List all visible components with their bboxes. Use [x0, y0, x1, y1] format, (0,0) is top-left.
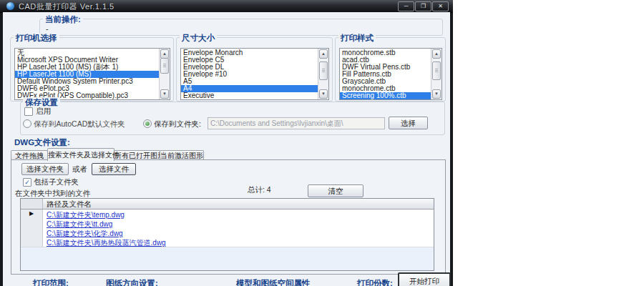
current-operation-label: 当前操作:	[43, 14, 83, 25]
table-row[interactable]: C:\新建文件夹\再热热段蒸汽管道.dwg	[21, 237, 434, 247]
scroll-down-icon[interactable]: ▼	[160, 89, 169, 99]
printer-scrollbar[interactable]: ▲ ▼	[159, 49, 170, 99]
list-option[interactable]: Envelope C5	[181, 56, 318, 64]
table-row[interactable]: ▶C:\新建文件夹\temp.dwg	[21, 209, 434, 220]
list-option[interactable]: Envelope DL	[181, 64, 318, 71]
scrollbar-thumb[interactable]	[319, 61, 328, 80]
minimize-button[interactable]: ─	[398, 1, 414, 11]
list-option[interactable]: Executive	[181, 92, 318, 99]
list-option[interactable]: Fill Patterns.ctb	[340, 71, 431, 78]
list-option[interactable]: monochrome.stb	[340, 49, 431, 56]
window-title: CAD批量打印器 Ver.1.1.5	[19, 1, 114, 12]
scroll-down-icon[interactable]: ▼	[319, 89, 328, 99]
paper-size-listbox[interactable]: Envelope MonarchEnvelope C5Envelope DLEn…	[180, 48, 329, 100]
include-subfolders-label: 包括子文件夹	[34, 177, 79, 187]
list-items: 无Microsoft XPS Document WriterHP LaserJe…	[15, 49, 160, 99]
radio-save-autocad[interactable]	[23, 119, 31, 128]
list-option[interactable]: acad.ctb	[340, 56, 431, 64]
select-file-button[interactable]: 选择文件	[92, 163, 136, 175]
select-folder-button[interactable]: 选择文件夹	[21, 163, 69, 175]
current-operation-value: -	[46, 24, 49, 33]
found-files-label: 在文件夹中找到的文件	[15, 189, 90, 199]
dwg-settings-label: DWG文件设置:	[14, 137, 70, 148]
tab-search-and-select[interactable]: 搜索文件夹及选择文件	[47, 148, 114, 161]
or-label: 或者	[72, 164, 87, 174]
list-option[interactable]: 无	[15, 49, 160, 56]
app-window: CAD批量打印器 Ver.1.1.5 ─ ❐ ✕ 当前操作: - 打印机选择 无…	[0, 0, 453, 286]
scrollbar-thumb[interactable]	[160, 58, 169, 74]
file-link[interactable]: C:\新建文件夹\再热热段蒸汽管道.dwg	[47, 238, 166, 248]
list-option[interactable]: DWF6 ePlot.pc3	[15, 85, 160, 92]
app-icon	[6, 2, 14, 10]
enable-checkbox[interactable]	[24, 107, 33, 116]
list-option[interactable]: A4	[181, 85, 318, 92]
list-option[interactable]: Screening 100%.ctb	[340, 92, 431, 99]
plot-style-scrollbar[interactable]: ▲ ▼	[431, 49, 441, 99]
start-print-button[interactable]: 开始打印	[398, 272, 451, 286]
list-option[interactable]: Grayscale.ctb	[340, 78, 431, 85]
caption-buttons: ─ ❐ ✕	[398, 1, 449, 11]
list-option[interactable]: Microsoft XPS Document Writer	[15, 56, 160, 64]
list-option[interactable]: A5	[181, 78, 318, 85]
printer-listbox[interactable]: 无Microsoft XPS Document WriterHP LaserJe…	[14, 48, 170, 100]
table-row[interactable]: C:\新建文件夹\tt.dwg	[21, 219, 434, 229]
scroll-down-icon[interactable]: ▼	[432, 89, 441, 99]
radio-save-folder-label[interactable]: 保存到文件夹:	[154, 119, 201, 129]
folder-path-input[interactable]: C:\Documents and Settings\lvjianxin\桌面\	[208, 117, 385, 129]
list-option[interactable]: Envelope #10	[181, 71, 318, 78]
titlebar[interactable]: CAD批量打印器 Ver.1.1.5 ─ ❐ ✕	[0, 0, 453, 13]
list-option[interactable]: HP LaserJet 1100 (MS)	[15, 71, 160, 78]
current-operation-group	[39, 19, 443, 36]
row-selector-header	[21, 199, 43, 209]
radio-save-autocad-label[interactable]: 保存到AutoCAD默认文件夹	[34, 119, 125, 129]
maximize-button[interactable]: ❐	[415, 1, 431, 11]
orientation-label: 图纸方向设置:	[106, 278, 158, 286]
close-button[interactable]: ✕	[432, 1, 449, 11]
copies-label: 打印份数:	[357, 278, 393, 286]
scroll-up-icon[interactable]: ▲	[432, 49, 441, 59]
list-items: monochrome.stbacad.ctbDWF Virtual Pens.c…	[340, 49, 431, 99]
list-option[interactable]: DWF Virtual Pens.ctb	[340, 64, 431, 71]
plot-style-label: 打印样式	[338, 33, 376, 44]
scroll-up-icon[interactable]: ▲	[319, 49, 328, 59]
row-selector-cell[interactable]	[21, 219, 43, 228]
list-items: Envelope MonarchEnvelope C5Envelope DLEn…	[181, 49, 318, 99]
list-option[interactable]: monochrome.ctb	[340, 85, 431, 92]
scrollbar-thumb[interactable]	[432, 61, 441, 80]
list-option[interactable]: Default Windows System Printer.pc3	[15, 78, 160, 85]
total-count-label: 总计: 4	[248, 185, 271, 195]
paper-size-label: 尺寸大小	[180, 33, 217, 44]
clear-button[interactable]: 清空	[308, 184, 364, 197]
current-row-marker-icon[interactable]: ▶	[21, 209, 43, 219]
plot-style-listbox[interactable]: monochrome.stbacad.ctbDWF Virtual Pens.c…	[339, 48, 442, 100]
row-selector-cell[interactable]	[21, 228, 43, 237]
paper-size-scrollbar[interactable]: ▲ ▼	[318, 49, 328, 99]
table-row[interactable]: C:\新建文件夹\化学.dwg	[21, 228, 434, 238]
print-range-label: 打印范围:	[33, 278, 69, 286]
list-option[interactable]: HP LaserJet 1100 (MS) (副本 1)	[15, 64, 160, 71]
row-selector-cell[interactable]	[21, 237, 43, 247]
path-column-header: 路径及文件名	[47, 199, 92, 209]
include-subfolders-checkbox[interactable]: ✓	[23, 178, 31, 187]
file-table: 路径及文件名 ▶C:\新建文件夹\temp.dwgC:\新建文件夹\tt.dwg…	[20, 198, 434, 271]
table-header-row: 路径及文件名	[21, 199, 434, 209]
radio-save-folder[interactable]	[143, 119, 152, 128]
space-props-label: 模型和图纸空间属性	[236, 278, 311, 286]
enable-label: 启用	[36, 107, 51, 117]
printer-label: 打印机选择	[14, 33, 59, 44]
choose-folder-button[interactable]: 选择	[389, 117, 428, 129]
list-option[interactable]: Envelope Monarch	[181, 49, 318, 56]
